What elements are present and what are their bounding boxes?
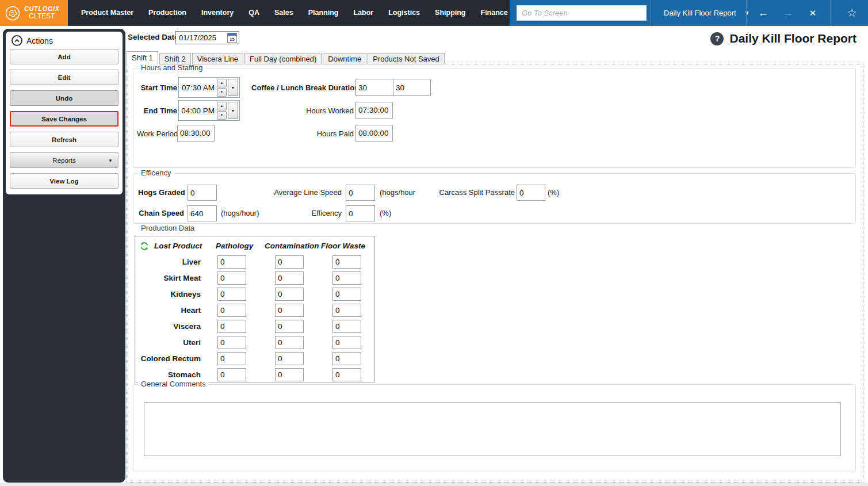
viscera-pathology-input[interactable] bbox=[217, 320, 246, 333]
collapse-panel-icon[interactable] bbox=[12, 35, 22, 46]
app-window: CUTLOGIX CLTEST Product Master Productio… bbox=[0, 0, 868, 486]
end-time-down-spinner[interactable]: ▼ bbox=[217, 111, 227, 120]
forward-arrow-icon[interactable]: → bbox=[778, 0, 798, 26]
back-arrow-icon[interactable]: ← bbox=[754, 0, 773, 26]
menu-logistics[interactable]: Logistics bbox=[381, 0, 427, 26]
chevron-down-icon: ▼ bbox=[108, 158, 113, 163]
edit-button[interactable]: Edit bbox=[10, 70, 118, 85]
carcass-split-passrate-label: Carcass Split Passrate bbox=[434, 188, 515, 197]
chevron-down-icon: ▼ bbox=[744, 10, 750, 16]
end-time-picker[interactable]: 04:00 PM ▲ ▼ ▼ bbox=[178, 100, 240, 121]
coffee-break-input-2[interactable] bbox=[393, 79, 431, 96]
reports-dropdown-button[interactable]: Reports ▼ bbox=[10, 152, 118, 168]
menu-qa[interactable]: QA bbox=[241, 0, 267, 26]
help-icon[interactable]: ? bbox=[710, 32, 724, 45]
start-time-up-spinner[interactable]: ▲ bbox=[217, 79, 227, 87]
calendar-icon[interactable]: 15 bbox=[227, 33, 237, 43]
menu-production[interactable]: Production bbox=[141, 0, 194, 26]
shift-1-tab-panel: Hours and Staffing Start Time 07:30 AM ▲… bbox=[126, 64, 863, 483]
undo-button[interactable]: Undo bbox=[10, 90, 118, 106]
viscera-contamination-input[interactable] bbox=[275, 320, 304, 333]
liver-floor-waste-input[interactable] bbox=[332, 255, 361, 269]
uteri-contamination-input[interactable] bbox=[275, 336, 304, 349]
efficency-input[interactable] bbox=[346, 205, 375, 221]
row-label-viscera: Viscera bbox=[135, 322, 201, 331]
report-tabs: Shift 1 Shift 2 Viscera Line Full Day (c… bbox=[127, 51, 446, 64]
save-changes-button[interactable]: Save Changes bbox=[10, 111, 118, 127]
stomach-pathology-input[interactable] bbox=[217, 368, 246, 381]
skirt-meat-contamination-input[interactable] bbox=[275, 271, 304, 285]
start-time-picker[interactable]: 07:30 AM ▲ ▼ ▼ bbox=[178, 77, 240, 98]
add-button[interactable]: Add bbox=[10, 49, 118, 64]
app-logo: CUTLOGIX CLTEST bbox=[0, 0, 68, 26]
hogs-graded-label: Hogs Graded bbox=[138, 188, 184, 197]
menu-planning[interactable]: Planning bbox=[301, 0, 346, 26]
colored-rectum-contamination-input[interactable] bbox=[275, 352, 304, 365]
menu-labor[interactable]: Labor bbox=[346, 0, 381, 26]
tab-shift-2[interactable]: Shift 2 bbox=[159, 53, 191, 64]
row-label-skirt-meat: Skirt Meat bbox=[135, 274, 201, 282]
view-log-button[interactable]: View Log bbox=[10, 173, 118, 189]
kidneys-contamination-input[interactable] bbox=[275, 288, 304, 301]
favorite-star-icon[interactable]: ☆ bbox=[842, 0, 862, 26]
refresh-icon[interactable] bbox=[140, 242, 149, 251]
tab-products-not-saved[interactable]: Products Not Saved bbox=[368, 53, 445, 64]
average-line-speed-unit: (hogs/hour bbox=[380, 188, 415, 197]
end-time-up-spinner[interactable]: ▲ bbox=[217, 102, 227, 110]
liver-pathology-input[interactable] bbox=[217, 255, 246, 269]
column-header-lost-product: Lost Product bbox=[154, 242, 202, 250]
selected-date-input[interactable]: 01/17/2025 15 bbox=[175, 31, 239, 44]
tab-viscera-line[interactable]: Viscera Line bbox=[192, 53, 243, 64]
hogs-graded-input[interactable] bbox=[188, 185, 217, 201]
refresh-button[interactable]: Refresh bbox=[10, 132, 118, 147]
stomach-floor-waste-input[interactable] bbox=[332, 368, 361, 381]
tab-downtime[interactable]: Downtime bbox=[323, 53, 366, 64]
screen-selector-dropdown[interactable]: Daily Kill Floor Report ▼ bbox=[656, 0, 743, 26]
kidneys-pathology-input[interactable] bbox=[217, 288, 246, 301]
hours-staffing-legend: Hours and Staffing bbox=[138, 63, 205, 72]
uteri-pathology-input[interactable] bbox=[217, 336, 246, 349]
colored-rectum-pathology-input[interactable] bbox=[217, 352, 246, 365]
topbar-blue-section: Daily Kill Floor Report ▼ ← → ✕ ☆ bbox=[510, 0, 868, 26]
stomach-contamination-input[interactable] bbox=[275, 368, 304, 381]
chain-speed-input[interactable] bbox=[188, 205, 217, 221]
general-comments-textarea[interactable] bbox=[144, 402, 841, 456]
tab-full-day-combined[interactable]: Full Day (combined) bbox=[244, 53, 322, 64]
column-header-contamination: Contamination bbox=[265, 242, 319, 250]
coffee-break-input-1[interactable] bbox=[355, 79, 393, 96]
close-icon[interactable]: ✕ bbox=[803, 0, 823, 26]
end-time-dropdown-button[interactable]: ▼ bbox=[228, 102, 238, 119]
start-time-down-spinner[interactable]: ▼ bbox=[217, 88, 227, 97]
window-bottom-edge bbox=[0, 483, 868, 486]
heart-contamination-input[interactable] bbox=[275, 304, 304, 317]
carcass-split-passrate-input[interactable] bbox=[517, 185, 545, 201]
work-period-input[interactable] bbox=[177, 125, 215, 141]
menu-sales[interactable]: Sales bbox=[267, 0, 301, 26]
skirt-meat-floor-waste-input[interactable] bbox=[332, 271, 361, 285]
tab-shift-1[interactable]: Shift 1 bbox=[127, 51, 158, 64]
actions-sidebar: Actions Add Edit Undo Save Changes Refre… bbox=[3, 29, 125, 483]
menu-inventory[interactable]: Inventory bbox=[194, 0, 241, 26]
page-title-text: Daily Kill Floor Report bbox=[729, 32, 856, 45]
menu-product-master[interactable]: Product Master bbox=[74, 0, 141, 26]
menu-shipping[interactable]: Shipping bbox=[427, 0, 473, 26]
hours-worked-input[interactable] bbox=[355, 102, 393, 118]
average-line-speed-input[interactable] bbox=[346, 185, 375, 201]
kidneys-floor-waste-input[interactable] bbox=[332, 288, 361, 301]
liver-contamination-input[interactable] bbox=[275, 255, 304, 269]
row-label-uteri: Uteri bbox=[135, 338, 201, 347]
efficiency-legend: Efficency bbox=[138, 169, 174, 177]
menu-finance[interactable]: Finance bbox=[473, 0, 515, 26]
column-header-floor-waste: Floor Waste bbox=[321, 242, 365, 250]
go-to-screen-input[interactable] bbox=[517, 5, 647, 21]
colored-rectum-floor-waste-input[interactable] bbox=[332, 352, 361, 365]
start-time-dropdown-button[interactable]: ▼ bbox=[228, 79, 238, 96]
hours-paid-input[interactable] bbox=[355, 125, 393, 141]
heart-pathology-input[interactable] bbox=[217, 304, 246, 317]
uteri-floor-waste-input[interactable] bbox=[332, 336, 361, 349]
skirt-meat-pathology-input[interactable] bbox=[217, 271, 246, 285]
heart-floor-waste-input[interactable] bbox=[332, 304, 361, 317]
row-label-kidneys: Kidneys bbox=[135, 290, 201, 299]
viscera-floor-waste-input[interactable] bbox=[332, 320, 361, 333]
row-label-liver: Liver bbox=[135, 258, 201, 266]
